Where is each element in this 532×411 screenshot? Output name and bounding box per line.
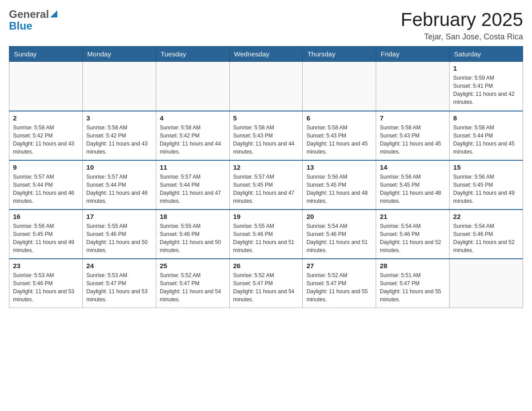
calendar-cell-w4-d6: 22Sunrise: 5:54 AMSunset: 5:46 PMDayligh…: [450, 210, 523, 259]
calendar-table: Sunday Monday Tuesday Wednesday Thursday…: [9, 46, 523, 308]
day-number: 23: [13, 262, 79, 270]
calendar-cell-w3-d1: 10Sunrise: 5:57 AMSunset: 5:44 PMDayligh…: [82, 160, 156, 210]
calendar-cell-w3-d6: 15Sunrise: 5:56 AMSunset: 5:45 PMDayligh…: [450, 160, 523, 210]
weekday-header-row: Sunday Monday Tuesday Wednesday Thursday…: [9, 47, 523, 62]
day-number: 28: [380, 262, 446, 270]
header-thursday: Thursday: [303, 47, 376, 62]
calendar-cell-w2-d5: 7Sunrise: 5:58 AMSunset: 5:43 PMDaylight…: [376, 111, 450, 160]
day-number: 12: [233, 163, 299, 171]
calendar-cell-w2-d4: 6Sunrise: 5:58 AMSunset: 5:43 PMDaylight…: [303, 111, 376, 160]
calendar-cell-w1-d4: [303, 62, 376, 111]
header-saturday: Saturday: [450, 47, 523, 62]
day-number: 21: [380, 213, 446, 220]
title-section: February 2025 Tejar, San Jose, Costa Ric…: [401, 9, 523, 42]
day-info: Sunrise: 5:58 AMSunset: 5:43 PMDaylight:…: [306, 124, 372, 156]
day-info: Sunrise: 5:56 AMSunset: 5:45 PMDaylight:…: [453, 173, 519, 205]
logo-blue-text: Blue: [9, 20, 32, 32]
month-year-title: February 2025: [401, 9, 523, 30]
header-sunday: Sunday: [9, 47, 83, 62]
day-info: Sunrise: 5:56 AMSunset: 5:45 PMDaylight:…: [13, 222, 79, 254]
calendar-week-1: 1Sunrise: 5:59 AMSunset: 5:41 PMDaylight…: [9, 62, 523, 111]
day-info: Sunrise: 5:53 AMSunset: 5:46 PMDaylight:…: [13, 271, 79, 304]
day-number: 10: [86, 163, 152, 171]
day-number: 6: [306, 114, 372, 122]
day-info: Sunrise: 5:58 AMSunset: 5:42 PMDaylight:…: [160, 124, 226, 156]
calendar-cell-w4-d2: 18Sunrise: 5:55 AMSunset: 5:46 PMDayligh…: [156, 210, 229, 259]
day-info: Sunrise: 5:54 AMSunset: 5:46 PMDaylight:…: [453, 222, 519, 254]
header-monday: Monday: [82, 47, 156, 62]
calendar-cell-w5-d1: 24Sunrise: 5:53 AMSunset: 5:47 PMDayligh…: [82, 259, 156, 308]
calendar-cell-w4-d0: 16Sunrise: 5:56 AMSunset: 5:45 PMDayligh…: [9, 210, 83, 259]
location-subtitle: Tejar, San Jose, Costa Rica: [401, 32, 523, 42]
calendar-cell-w5-d2: 25Sunrise: 5:52 AMSunset: 5:47 PMDayligh…: [156, 259, 229, 308]
calendar-cell-w5-d0: 23Sunrise: 5:53 AMSunset: 5:46 PMDayligh…: [9, 259, 83, 308]
calendar-week-3: 9Sunrise: 5:57 AMSunset: 5:44 PMDaylight…: [9, 160, 523, 210]
day-info: Sunrise: 5:58 AMSunset: 5:43 PMDaylight:…: [233, 124, 299, 156]
day-info: Sunrise: 5:56 AMSunset: 5:45 PMDaylight:…: [380, 173, 446, 205]
calendar-cell-w1-d6: 1Sunrise: 5:59 AMSunset: 5:41 PMDaylight…: [450, 62, 523, 111]
day-info: Sunrise: 5:54 AMSunset: 5:46 PMDaylight:…: [380, 222, 446, 254]
calendar-cell-w4-d3: 19Sunrise: 5:55 AMSunset: 5:46 PMDayligh…: [229, 210, 303, 259]
day-number: 24: [86, 262, 152, 270]
day-info: Sunrise: 5:52 AMSunset: 5:47 PMDaylight:…: [160, 271, 226, 304]
day-number: 13: [306, 163, 372, 171]
calendar-cell-w3-d3: 12Sunrise: 5:57 AMSunset: 5:45 PMDayligh…: [229, 160, 303, 210]
calendar-cell-w5-d4: 27Sunrise: 5:52 AMSunset: 5:47 PMDayligh…: [303, 259, 376, 308]
day-info: Sunrise: 5:56 AMSunset: 5:45 PMDaylight:…: [306, 173, 372, 205]
calendar-cell-w3-d4: 13Sunrise: 5:56 AMSunset: 5:45 PMDayligh…: [303, 160, 376, 210]
day-info: Sunrise: 5:52 AMSunset: 5:47 PMDaylight:…: [306, 271, 372, 304]
calendar-cell-w2-d3: 5Sunrise: 5:58 AMSunset: 5:43 PMDaylight…: [229, 111, 303, 160]
day-info: Sunrise: 5:55 AMSunset: 5:46 PMDaylight:…: [233, 222, 299, 254]
calendar-cell-w1-d2: [156, 62, 229, 111]
calendar-cell-w5-d3: 26Sunrise: 5:52 AMSunset: 5:47 PMDayligh…: [229, 259, 303, 308]
logo-triangle-icon: [50, 10, 57, 19]
calendar-week-4: 16Sunrise: 5:56 AMSunset: 5:45 PMDayligh…: [9, 210, 523, 259]
calendar-cell-w3-d5: 14Sunrise: 5:56 AMSunset: 5:45 PMDayligh…: [376, 160, 450, 210]
day-info: Sunrise: 5:58 AMSunset: 5:43 PMDaylight:…: [380, 124, 446, 156]
svg-marker-0: [50, 10, 57, 17]
header-tuesday: Tuesday: [156, 47, 229, 62]
day-number: 22: [453, 213, 519, 220]
calendar-cell-w2-d6: 8Sunrise: 5:58 AMSunset: 5:44 PMDaylight…: [450, 111, 523, 160]
day-number: 2: [13, 114, 79, 122]
calendar-cell-w2-d1: 3Sunrise: 5:58 AMSunset: 5:42 PMDaylight…: [82, 111, 156, 160]
day-info: Sunrise: 5:51 AMSunset: 5:47 PMDaylight:…: [380, 271, 446, 304]
calendar-week-5: 23Sunrise: 5:53 AMSunset: 5:46 PMDayligh…: [9, 259, 523, 308]
day-info: Sunrise: 5:55 AMSunset: 5:46 PMDaylight:…: [86, 222, 152, 254]
day-info: Sunrise: 5:57 AMSunset: 5:44 PMDaylight:…: [86, 173, 152, 205]
day-number: 17: [86, 213, 152, 220]
day-number: 15: [453, 163, 519, 171]
calendar-cell-w1-d5: [376, 62, 450, 111]
logo-general-text: General: [9, 9, 49, 20]
day-number: 11: [160, 163, 226, 171]
day-info: Sunrise: 5:59 AMSunset: 5:41 PMDaylight:…: [453, 74, 519, 106]
day-number: 18: [160, 213, 226, 220]
calendar-cell-w4-d4: 20Sunrise: 5:54 AMSunset: 5:46 PMDayligh…: [303, 210, 376, 259]
day-number: 19: [233, 213, 299, 220]
day-info: Sunrise: 5:58 AMSunset: 5:42 PMDaylight:…: [86, 124, 152, 156]
day-number: 14: [380, 163, 446, 171]
calendar-cell-w1-d3: [229, 62, 303, 111]
day-number: 8: [453, 114, 519, 122]
page-header: General Blue February 2025 Tejar, San Jo…: [9, 9, 523, 42]
day-number: 27: [306, 262, 372, 270]
day-info: Sunrise: 5:52 AMSunset: 5:47 PMDaylight:…: [233, 271, 299, 304]
calendar-cell-w1-d0: [9, 62, 83, 111]
day-number: 26: [233, 262, 299, 270]
logo: General Blue: [9, 9, 57, 32]
day-info: Sunrise: 5:58 AMSunset: 5:44 PMDaylight:…: [453, 124, 519, 156]
day-info: Sunrise: 5:57 AMSunset: 5:44 PMDaylight:…: [160, 173, 226, 205]
calendar-cell-w5-d5: 28Sunrise: 5:51 AMSunset: 5:47 PMDayligh…: [376, 259, 450, 308]
calendar-week-2: 2Sunrise: 5:58 AMSunset: 5:42 PMDaylight…: [9, 111, 523, 160]
header-friday: Friday: [376, 47, 450, 62]
calendar-cell-w4-d1: 17Sunrise: 5:55 AMSunset: 5:46 PMDayligh…: [82, 210, 156, 259]
calendar-cell-w2-d2: 4Sunrise: 5:58 AMSunset: 5:42 PMDaylight…: [156, 111, 229, 160]
calendar-cell-w2-d0: 2Sunrise: 5:58 AMSunset: 5:42 PMDaylight…: [9, 111, 83, 160]
day-number: 3: [86, 114, 152, 122]
header-wednesday: Wednesday: [229, 47, 303, 62]
day-number: 25: [160, 262, 226, 270]
calendar-cell-w3-d2: 11Sunrise: 5:57 AMSunset: 5:44 PMDayligh…: [156, 160, 229, 210]
day-number: 16: [13, 213, 79, 220]
day-number: 20: [306, 213, 372, 220]
day-number: 1: [453, 64, 519, 72]
